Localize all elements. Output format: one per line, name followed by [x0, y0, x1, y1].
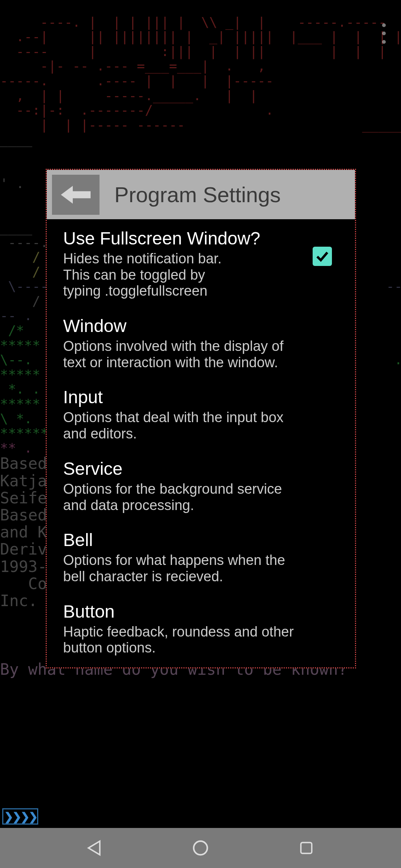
square-recent-icon: [298, 840, 314, 856]
setting-fullscreen[interactable]: Use Fullscreen Window? Hides the notific…: [63, 228, 339, 299]
program-settings-dialog: Program Settings Use Fullscreen Window? …: [46, 169, 356, 668]
more-icon[interactable]: [377, 19, 391, 48]
setting-title: Button: [63, 601, 331, 622]
svg-marker-0: [61, 186, 91, 204]
setting-desc: Hides the notification bar. This can be …: [63, 251, 223, 299]
circle-home-icon: [191, 839, 210, 857]
command-input[interactable]: ❯❯❯❯: [2, 808, 38, 825]
setting-service[interactable]: Service Options for the background servi…: [63, 458, 339, 513]
android-navbar: [0, 828, 401, 868]
nav-back-button[interactable]: [84, 837, 106, 859]
back-button[interactable]: [52, 175, 100, 215]
arrow-left-icon: [61, 184, 91, 206]
fullscreen-checkbox[interactable]: [313, 247, 332, 266]
dialog-title: Program Settings: [114, 182, 281, 207]
svg-point-2: [194, 841, 208, 855]
setting-title: Window: [63, 316, 331, 336]
setting-title: Input: [63, 387, 331, 407]
setting-bell[interactable]: Bell Options for what happens when the b…: [63, 530, 339, 585]
chevron-icon: ❯❯❯❯: [4, 810, 37, 823]
setting-desc: Options that deal with the input box and…: [63, 410, 301, 442]
dialog-body: Use Fullscreen Window? Hides the notific…: [47, 219, 355, 667]
triangle-back-icon: [86, 839, 103, 857]
setting-title: Service: [63, 458, 331, 479]
setting-window[interactable]: Window Options involved with the display…: [63, 316, 339, 371]
dialog-header: Program Settings: [47, 170, 355, 219]
setting-desc: Options involved with the display of tex…: [63, 338, 301, 371]
check-icon: [315, 249, 330, 264]
setting-title: Use Fullscreen Window?: [63, 228, 305, 249]
setting-desc: Haptic feedback, roundess and other butt…: [63, 624, 301, 656]
setting-desc: Options for what happens when the bell c…: [63, 552, 301, 585]
nav-recent-button[interactable]: [295, 837, 317, 859]
bg-credits-line: Inc.: [0, 592, 38, 610]
setting-button[interactable]: Button Haptic feedback, roundess and oth…: [63, 601, 339, 656]
setting-input[interactable]: Input Options that deal with the input b…: [63, 387, 339, 442]
setting-title: Bell: [63, 530, 331, 550]
nav-home-button[interactable]: [189, 837, 212, 859]
setting-desc: Options for the background service and d…: [63, 481, 301, 513]
svg-rect-3: [301, 842, 312, 853]
svg-marker-1: [88, 841, 100, 855]
